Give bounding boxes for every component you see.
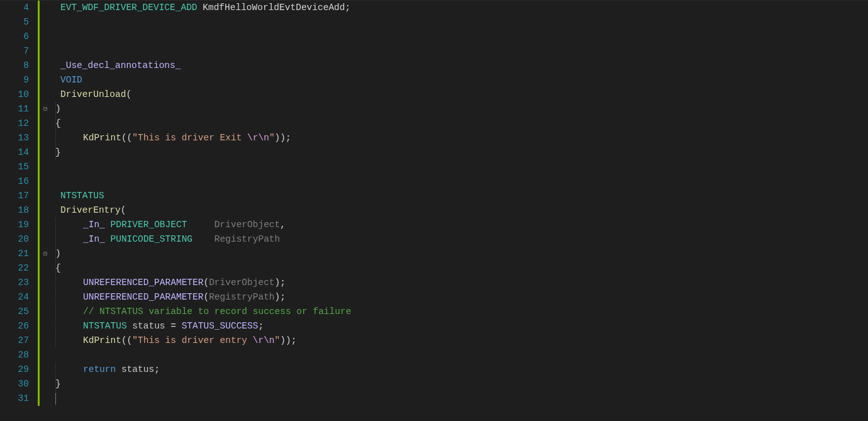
line-number-gutter: 4567891011121314151617181920212223242526…: [0, 1, 38, 421]
token: );: [275, 278, 286, 288]
modification-bar: [38, 1, 40, 421]
code-line[interactable]: [53, 15, 868, 30]
code-line[interactable]: EVT_WDF_DRIVER_DEVICE_ADD KmdfHelloWorld…: [53, 1, 868, 15]
code-line[interactable]: _In_ PDRIVER_OBJECT DriverObject,: [53, 218, 868, 232]
token: =: [165, 321, 182, 331]
line-number: 20: [6, 232, 29, 247]
token: PUNICODE_STRING: [111, 234, 193, 244]
code-line[interactable]: [53, 348, 868, 362]
token: UNREFERENCED_PARAMETER: [83, 278, 203, 288]
line-number: 26: [6, 319, 29, 334]
fold-marker: [40, 174, 50, 189]
token: [192, 234, 214, 244]
token: (: [203, 278, 209, 288]
fold-marker[interactable]: ⊟: [40, 247, 50, 261]
token: ;: [345, 3, 351, 13]
line-number: 27: [6, 334, 29, 348]
fold-column[interactable]: ⊟⊟: [40, 1, 50, 421]
token: UNREFERENCED_PARAMETER: [83, 292, 203, 302]
fold-marker: [40, 203, 50, 218]
fold-marker: [40, 276, 50, 290]
token: (: [126, 89, 131, 99]
token: "This is driver Exit: [132, 133, 247, 143]
token: status: [132, 321, 165, 331]
line-number: 8: [6, 59, 29, 73]
code-line[interactable]: _Use_decl_annotations_: [53, 59, 868, 73]
code-line[interactable]: UNREFERENCED_PARAMETER(DriverObject);: [53, 276, 868, 290]
fold-marker: [40, 377, 50, 391]
code-line[interactable]: _In_ PUNICODE_STRING RegistryPath: [53, 232, 868, 247]
token: [187, 220, 214, 230]
fold-marker: [40, 73, 50, 87]
fold-marker[interactable]: ⊟: [40, 102, 50, 116]
fold-marker: [40, 59, 50, 73]
token: KdPrint: [83, 133, 121, 143]
line-number: 6: [6, 30, 29, 44]
token: }: [55, 147, 61, 157]
code-line[interactable]: return status;: [53, 362, 868, 377]
code-line[interactable]: [53, 44, 868, 59]
code-editor[interactable]: 4567891011121314151617181920212223242526…: [0, 0, 868, 421]
code-line[interactable]: NTSTATUS: [53, 189, 868, 203]
code-line[interactable]: KdPrint(("This is driver entry \r\n"));: [53, 334, 868, 348]
token: ): [55, 249, 61, 259]
code-line[interactable]: }: [53, 145, 868, 160]
line-number: 7: [6, 44, 29, 59]
token: ((: [121, 335, 132, 345]
code-line[interactable]: {: [53, 261, 868, 276]
fold-marker: [40, 116, 50, 131]
code-line[interactable]: [53, 174, 868, 189]
code-line[interactable]: KdPrint(("This is driver Exit \r\n"));: [53, 131, 868, 145]
token: ;: [154, 364, 160, 374]
line-number: 12: [6, 116, 29, 131]
fold-marker: [40, 145, 50, 160]
token: ": [275, 335, 281, 345]
fold-marker: [40, 261, 50, 276]
code-line[interactable]: [53, 30, 868, 44]
code-area[interactable]: EVT_WDF_DRIVER_DEVICE_ADD KmdfHelloWorld…: [50, 1, 868, 421]
fold-marker: [40, 1, 50, 15]
fold-marker: [40, 218, 50, 232]
token: }: [55, 379, 61, 389]
code-line[interactable]: UNREFERENCED_PARAMETER(RegistryPath);: [53, 290, 868, 305]
token: KmdfHelloWorldEvtDeviceAdd: [203, 3, 345, 13]
line-number: 24: [6, 290, 29, 305]
token: NTSTATUS: [60, 191, 104, 201]
line-number: 13: [6, 131, 29, 145]
line-number: 30: [6, 377, 29, 391]
fold-marker: [40, 334, 50, 348]
token: // NTSTATUS variable to record success o…: [83, 306, 351, 317]
fold-marker: [40, 30, 50, 44]
token: (: [121, 205, 126, 215]
fold-marker: [40, 15, 50, 30]
code-line[interactable]: [53, 160, 868, 174]
token: PDRIVER_OBJECT: [111, 220, 187, 230]
code-line[interactable]: NTSTATUS status = STATUS_SUCCESS;: [53, 319, 868, 334]
token: [198, 3, 203, 13]
token: return: [83, 364, 116, 374]
line-number: 29: [6, 362, 29, 377]
code-line[interactable]: ): [53, 102, 868, 116]
token: {: [55, 118, 61, 128]
line-number: 28: [6, 348, 29, 362]
token: _In_: [83, 220, 105, 230]
fold-marker: [40, 232, 50, 247]
line-number: 9: [6, 73, 29, 87]
line-number: 15: [6, 160, 29, 174]
line-number: 16: [6, 174, 29, 189]
code-line[interactable]: ): [53, 247, 868, 261]
code-line[interactable]: [53, 391, 868, 406]
line-number: 22: [6, 261, 29, 276]
token: DriverObject: [209, 278, 274, 288]
token: \r\n: [253, 335, 275, 345]
code-line[interactable]: }: [53, 377, 868, 391]
token: KdPrint: [83, 335, 121, 345]
token: _Use_decl_annotations_: [60, 60, 181, 70]
code-line[interactable]: // NTSTATUS variable to record success o…: [53, 305, 868, 319]
code-line[interactable]: DriverEntry(: [53, 203, 868, 218]
token: DriverObject: [214, 220, 280, 230]
code-line[interactable]: DriverUnload(: [53, 87, 868, 102]
code-line[interactable]: VOID: [53, 73, 868, 87]
token: (: [203, 292, 209, 302]
code-line[interactable]: {: [53, 116, 868, 131]
